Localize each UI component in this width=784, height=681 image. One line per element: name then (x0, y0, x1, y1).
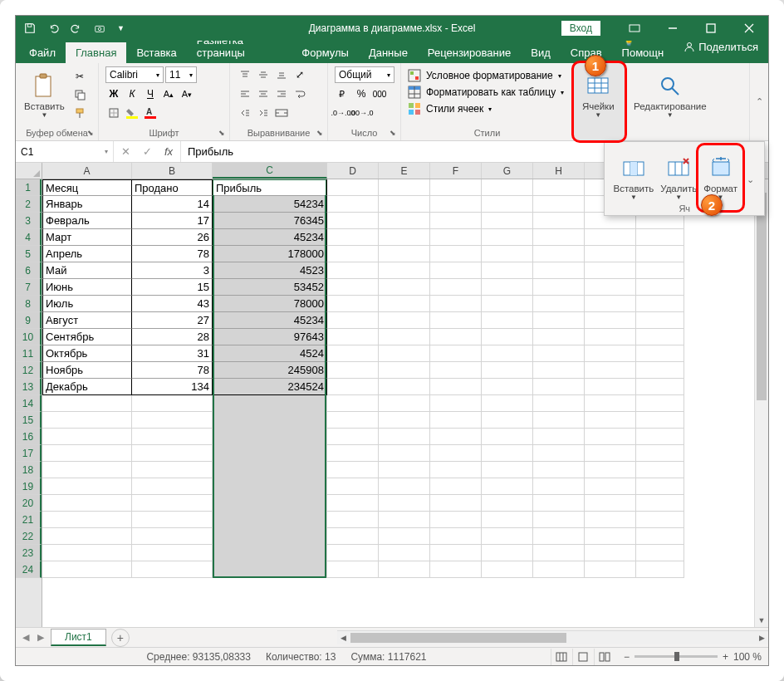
cell[interactable] (636, 379, 684, 395)
number-launcher-icon[interactable]: ⬊ (387, 127, 399, 139)
cell[interactable] (482, 395, 533, 412)
cell[interactable] (585, 362, 636, 379)
cell[interactable]: 78 (132, 246, 213, 262)
cell[interactable] (430, 262, 482, 279)
merge-icon[interactable] (273, 105, 290, 121)
row-header[interactable]: 20 (16, 495, 42, 512)
cell[interactable] (585, 329, 636, 345)
cell[interactable]: 28 (132, 329, 213, 345)
zoom-in-button[interactable]: + (723, 651, 728, 663)
cell[interactable] (42, 395, 132, 412)
cell[interactable] (132, 478, 213, 495)
cell[interactable] (379, 512, 430, 528)
cell[interactable] (327, 296, 379, 312)
cell[interactable] (482, 429, 533, 445)
cell[interactable]: Декабрь (42, 379, 132, 395)
column-header[interactable]: D (327, 163, 379, 179)
cell[interactable] (327, 495, 379, 512)
align-middle-icon[interactable] (255, 66, 272, 83)
cell[interactable] (327, 229, 379, 246)
cell[interactable] (533, 445, 585, 462)
zoom-out-button[interactable]: − (624, 651, 630, 663)
cell[interactable] (482, 229, 533, 246)
cell[interactable] (482, 362, 533, 379)
cell[interactable] (327, 528, 379, 545)
cell[interactable] (482, 296, 533, 312)
bold-button[interactable]: Ж (105, 86, 122, 102)
cell[interactable] (327, 312, 379, 329)
cell[interactable] (379, 179, 430, 196)
cell[interactable]: Январь (42, 196, 132, 213)
cell[interactable] (533, 478, 585, 495)
tab-insert[interactable]: Вставка (126, 42, 186, 63)
cell[interactable] (379, 545, 430, 561)
cell[interactable]: 3 (132, 262, 213, 279)
cell[interactable]: Май (42, 262, 132, 279)
zoom-level[interactable]: 100 % (733, 651, 762, 663)
fx-icon[interactable]: fx (162, 145, 175, 159)
add-sheet-button[interactable]: + (111, 629, 130, 647)
cell[interactable] (636, 312, 684, 329)
cell[interactable] (636, 478, 684, 495)
row-header[interactable]: 18 (16, 462, 42, 478)
row-header[interactable]: 9 (16, 312, 42, 329)
cell[interactable] (42, 412, 132, 429)
cell[interactable] (430, 412, 482, 429)
cell[interactable]: Ноябрь (42, 362, 132, 379)
sheet-prev-icon[interactable]: ◀ (22, 632, 29, 643)
close-button[interactable] (730, 16, 768, 41)
row-header[interactable]: 11 (16, 345, 42, 362)
cell[interactable] (533, 528, 585, 545)
horizontal-scrollbar[interactable]: ◀ ▶ (337, 630, 768, 644)
cell[interactable] (430, 329, 482, 345)
cell[interactable] (430, 379, 482, 395)
cell[interactable] (533, 512, 585, 528)
cell[interactable] (585, 512, 636, 528)
cell[interactable]: 17 (132, 213, 213, 229)
cell[interactable] (327, 395, 379, 412)
cell[interactable] (42, 462, 132, 478)
cell[interactable] (42, 495, 132, 512)
cell[interactable] (132, 412, 213, 429)
cell[interactable] (327, 445, 379, 462)
cell[interactable] (585, 429, 636, 445)
italic-button[interactable]: К (124, 86, 140, 102)
cell[interactable] (482, 561, 533, 578)
cell[interactable] (327, 478, 379, 495)
cell[interactable] (327, 279, 379, 296)
cell[interactable] (132, 445, 213, 462)
row-header[interactable]: 8 (16, 296, 42, 312)
vertical-scrollbar[interactable]: ▲ ▼ (754, 179, 768, 627)
cell[interactable] (430, 296, 482, 312)
number-format-select[interactable]: Общий▾ (335, 66, 394, 83)
cell[interactable] (533, 179, 585, 196)
row-header[interactable]: 13 (16, 379, 42, 395)
cell[interactable] (132, 512, 213, 528)
cell[interactable]: 15 (132, 279, 213, 296)
column-header[interactable]: H (533, 163, 585, 179)
cell[interactable] (636, 429, 684, 445)
cell[interactable] (42, 528, 132, 545)
cell[interactable] (213, 545, 327, 561)
page-layout-view-icon[interactable] (572, 649, 594, 665)
cell[interactable] (585, 312, 636, 329)
cell[interactable] (482, 345, 533, 362)
cell[interactable] (379, 196, 430, 213)
cell[interactable] (213, 512, 327, 528)
cell[interactable] (213, 561, 327, 578)
align-bottom-icon[interactable] (273, 66, 290, 83)
row-header[interactable]: 23 (16, 545, 42, 561)
cell[interactable] (533, 229, 585, 246)
cell[interactable]: 53452 (213, 279, 327, 296)
cell[interactable] (379, 561, 430, 578)
cell[interactable] (430, 246, 482, 262)
cell[interactable] (482, 379, 533, 395)
cell[interactable] (585, 262, 636, 279)
cell[interactable]: 134 (132, 379, 213, 395)
decrease-indent-icon[interactable] (237, 105, 253, 121)
scroll-right-icon[interactable]: ▶ (755, 631, 768, 644)
column-header[interactable]: C (213, 163, 327, 179)
cell[interactable] (636, 545, 684, 561)
cell[interactable] (533, 561, 585, 578)
cell[interactable] (636, 362, 684, 379)
